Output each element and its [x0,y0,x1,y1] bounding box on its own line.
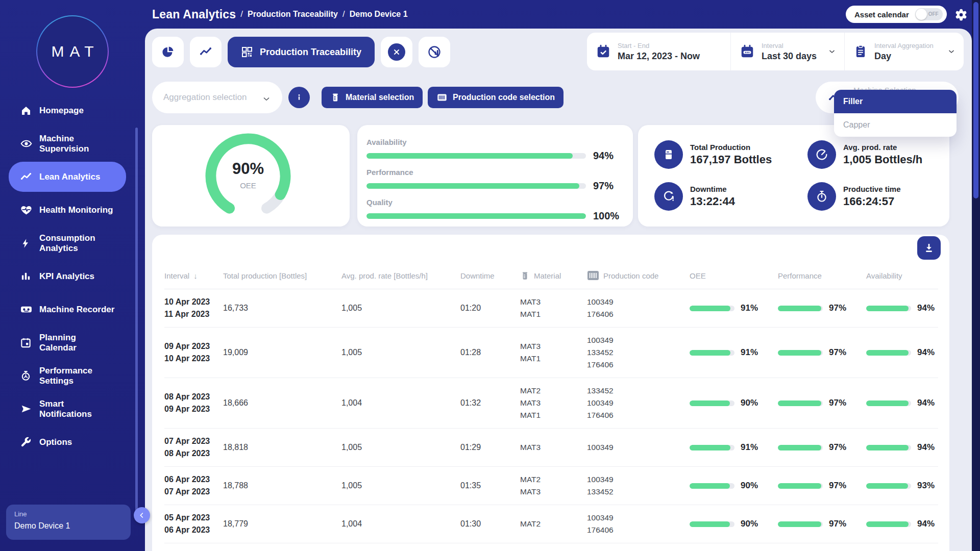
sidebar-item-machine-recorder[interactable]: Machine Recorder [9,294,126,324]
sidebar-item-consumption-analytics[interactable]: ConsumptionAnalytics [9,228,126,258]
download-icon [923,242,935,254]
cell-oee: 91% [690,347,778,358]
aggregation-select[interactable]: Aggregation selection [152,82,282,113]
trend-view-button[interactable] [190,37,222,67]
interval-aggregation-select[interactable]: Interval Aggregation Day [844,33,964,70]
cell-performance: 97% [778,303,866,313]
pie-view-button[interactable] [152,37,184,67]
sidebar-item-machine-supervision[interactable]: MachineSupervision [9,129,126,159]
download-button[interactable] [917,236,941,260]
chevron-down-icon [947,47,955,56]
column-downtime: Downtime [460,271,520,280]
table-row: 09 Apr 202310 Apr 2023 19,009 1,005 01:2… [164,328,938,378]
production-traceability-tab[interactable]: Production Traceability [228,37,375,67]
oee-gauge-card: 90% OEE [152,125,350,227]
sidebar-item-kpi-analytics[interactable]: KPI Analytics [9,261,126,291]
cell-availability: 94% [866,347,938,358]
pie-chart-icon [161,45,175,59]
productive-time-value: 166:24:57 [843,195,901,208]
settings-gear-icon[interactable] [954,8,968,21]
send-icon [20,403,33,415]
page-scrollbar[interactable] [972,0,980,551]
eye-icon [20,137,33,150]
production-code-selection-button[interactable]: Production code selection [428,87,564,108]
sidebar-collapse-button[interactable] [134,507,150,523]
cell-codes: 100349133452176406 [587,334,690,371]
info-button[interactable] [288,87,310,108]
stopwatch-settings-icon [20,370,33,382]
availability-bar [366,153,586,159]
sidebar-item-homepage[interactable]: Homepage [9,95,126,126]
sidebar-item-planning-calendar[interactable]: PlanningCalendar [9,328,126,358]
logo: MAT [36,15,109,88]
cell-codes: 100349133452 [587,473,690,498]
cell-codes: 100349176406 [587,296,690,320]
cell-downtime: 01:28 [460,348,520,357]
sidebar-scrollbar[interactable] [135,128,138,515]
page-title: Lean Analytics [152,8,236,21]
cell-oee: 90% [690,519,778,529]
clear-view-button[interactable] [381,37,412,67]
material-icon [520,271,530,281]
close-circle-icon [388,43,405,61]
cell-total: 18,779 [223,519,341,529]
calendar-check-icon [596,44,611,59]
availability-bar-group: Availability 94% [366,138,633,162]
breadcrumb-section[interactable]: Production Traceability [248,10,338,19]
gauge-icon [807,140,836,169]
cell-oee: 91% [690,442,778,453]
date-range-label: Start - End [618,42,700,49]
interval-aggregation-label: Interval Aggregation [874,42,934,49]
productive-time-stat: Productive time 166:24:57 [807,182,901,211]
toggle-state-label: OFF [928,11,939,17]
dropdown-option-filler[interactable]: Filler [834,90,957,113]
wrench-icon [20,436,33,448]
sidebar-nav: Homepage MachineSupervision Lean Analyti… [0,88,145,457]
no-chart-view-button[interactable] [419,37,450,67]
interval-select[interactable]: Interval Last 30 days [730,33,844,70]
cell-materials: MAT2MAT3MAT1 [520,385,587,421]
cell-performance: 97% [778,519,866,529]
column-oee: OEE [690,271,778,280]
page-scrollbar-thumb[interactable] [973,2,978,198]
stopwatch-icon [807,182,836,211]
asset-calendar-label: Asset calendar [854,10,909,19]
availability-value: 94% [593,150,614,162]
material-selection-button[interactable]: Material selection [322,87,423,108]
sidebar-item-lean-analytics[interactable]: Lean Analytics [9,162,126,192]
asset-calendar-control[interactable]: Asset calendar OFF [846,6,947,23]
chevron-down-icon [828,47,836,56]
sidebar: MAT Homepage MachineSupervision Lean Ana… [0,0,145,551]
material-selection-label: Material selection [346,93,414,102]
sidebar-item-options[interactable]: Options [9,427,126,457]
recorder-icon [20,303,33,316]
apq-bars-card: Availability 94% Performance 97% Quality… [357,125,633,227]
cell-rate: 1,005 [341,481,460,490]
barcode-icon [587,270,599,281]
interval-label: Interval [762,42,817,49]
device-selector-card[interactable]: Line Demo Device 1 [6,505,131,540]
cell-codes: 100349176406 [587,512,690,536]
logo-text: MAT [45,43,99,60]
date-range-select[interactable]: Start - End Mar 12, 2023 - Now [587,33,730,70]
downtime-label: Downtime [690,185,735,193]
cell-performance: 97% [778,481,866,491]
interval-value: Last 30 days [762,51,817,62]
sidebar-item-smart-notifications[interactable]: SmartNotifications [9,394,126,424]
availability-label: Availability [366,138,633,146]
sidebar-item-health-monitoring[interactable]: Health Monitoring [9,195,126,225]
avg-prod-rate-value: 1,005 Bottles/h [843,153,922,166]
asset-calendar-toggle[interactable]: OFF [915,8,943,20]
cell-performance: 97% [778,398,866,408]
cell-availability: 93% [866,481,938,491]
breadcrumb-device[interactable]: Demo Device 1 [350,10,408,19]
cell-performance: 97% [778,442,866,453]
column-availability: Availability [866,271,938,280]
table-row: 05 Apr 202306 Apr 2023 18,779 1,004 01:3… [164,505,938,543]
dropdown-option-capper[interactable]: Capper [834,113,957,137]
cell-materials: MAT3MAT1 [520,340,587,365]
column-interval[interactable]: Interval↓ [164,271,223,280]
cell-performance: 97% [778,347,866,358]
production-traceability-label: Production Traceability [260,47,361,58]
sidebar-item-performance-settings[interactable]: PerformanceSettings [9,361,126,391]
